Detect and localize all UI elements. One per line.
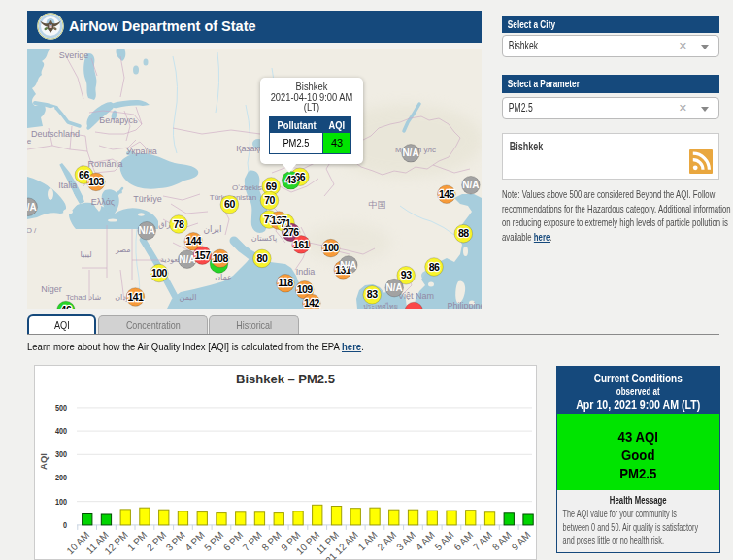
svg-text:中国: 中国 (368, 200, 385, 210)
svg-text:5 AM: 5 AM (433, 530, 456, 553)
svg-text:100: 100 (151, 267, 168, 279)
svg-text:2 PM: 2 PM (145, 530, 168, 553)
svg-text:مصر: مصر (115, 246, 131, 254)
svg-text:46: 46 (61, 304, 72, 309)
svg-text:ليبيا: ليبيا (81, 250, 92, 259)
svg-text:1 AM: 1 AM (356, 530, 380, 553)
svg-text:9 AM: 9 AM (510, 530, 533, 553)
svg-text:N/A: N/A (462, 180, 479, 190)
svg-text:144: 144 (185, 235, 202, 247)
svg-text:200: 200 (55, 473, 67, 482)
svg-text:O /: O / (27, 226, 37, 235)
svg-text:108: 108 (213, 252, 229, 264)
svg-text:Niger: Niger (41, 284, 62, 294)
svg-text:7 PM: 7 PM (241, 530, 264, 553)
svg-text:Türkiye: Türkiye (133, 194, 162, 204)
svg-text:109: 109 (297, 283, 314, 295)
svg-text:N/A: N/A (386, 282, 403, 293)
svg-text:Ελλάς: Ελλάς (91, 197, 116, 207)
svg-text:6 AM: 6 AM (451, 530, 475, 553)
svg-text:88: 88 (458, 227, 469, 239)
svg-text:157: 157 (194, 249, 211, 261)
svg-text:4 PM: 4 PM (183, 530, 206, 553)
svg-text:78: 78 (174, 218, 184, 230)
svg-text:400: 400 (55, 426, 67, 436)
svg-text:100: 100 (55, 497, 67, 507)
svg-text:500: 500 (55, 403, 67, 412)
svg-text:80: 80 (257, 252, 268, 264)
svg-text:3 PM: 3 PM (164, 530, 187, 553)
svg-text:83: 83 (367, 288, 378, 300)
svg-text:6 PM: 6 PM (221, 530, 245, 553)
svg-text:8 AM: 8 AM (490, 530, 514, 553)
svg-text:Беларусь: Беларусь (99, 115, 138, 125)
svg-text:0: 0 (63, 520, 67, 530)
svg-text:România: România (88, 159, 123, 169)
svg-text:93: 93 (401, 269, 412, 280)
svg-text:Bishkek – PM2.5: Bishkek – PM2.5 (236, 372, 335, 386)
svg-text:118: 118 (278, 277, 293, 288)
svg-text:پاکستان: پاکستان (251, 234, 277, 243)
svg-text:142: 142 (304, 297, 320, 309)
svg-text:8 PM: 8 PM (259, 530, 283, 553)
svg-text:300: 300 (55, 449, 67, 459)
svg-text:43: 43 (285, 174, 296, 185)
svg-text:N/A: N/A (402, 148, 418, 158)
svg-text:Deutschland: Deutschland (31, 129, 80, 139)
svg-text:اليمن: اليمن (180, 293, 197, 302)
svg-text:4 AM: 4 AM (414, 530, 437, 553)
svg-text:69: 69 (266, 181, 277, 192)
svg-text:2 AM: 2 AM (375, 530, 398, 553)
svg-text:276: 276 (283, 226, 300, 238)
svg-text:Philippine: Philippine (447, 301, 482, 309)
svg-text:161: 161 (293, 239, 310, 250)
svg-text:86: 86 (429, 261, 440, 273)
svg-text:100: 100 (323, 242, 340, 253)
svg-text:3 AM: 3 AM (394, 530, 417, 553)
svg-text:1 PM: 1 PM (125, 530, 149, 553)
svg-text:India: India (296, 267, 316, 277)
svg-text:ايران: ايران (203, 224, 221, 234)
svg-text:Україна: Україна (126, 147, 157, 156)
svg-text:7 AM: 7 AM (471, 530, 494, 553)
svg-text:Việt Nam: Việt Nam (398, 291, 434, 301)
svg-text:Tchad شاد: Tchad شاد (66, 293, 102, 302)
svg-text:103: 103 (88, 176, 105, 187)
svg-text:عمان: عمان (215, 273, 232, 281)
svg-text:N/A: N/A (179, 254, 195, 265)
svg-text:Italia: Italia (58, 181, 77, 190)
svg-text:141: 141 (127, 291, 144, 303)
svg-text:Sverige: Sverige (59, 50, 89, 60)
svg-text:5 PM: 5 PM (202, 530, 225, 553)
svg-text:N/A: N/A (340, 260, 356, 271)
svg-text:ce: ce (27, 137, 32, 146)
svg-text:AQI: AQI (38, 453, 49, 470)
svg-text:N/A: N/A (139, 225, 155, 236)
svg-text:70: 70 (264, 194, 275, 206)
svg-text:N/A: N/A (27, 202, 37, 213)
svg-text:60: 60 (224, 198, 235, 210)
svg-text:145: 145 (439, 188, 455, 200)
